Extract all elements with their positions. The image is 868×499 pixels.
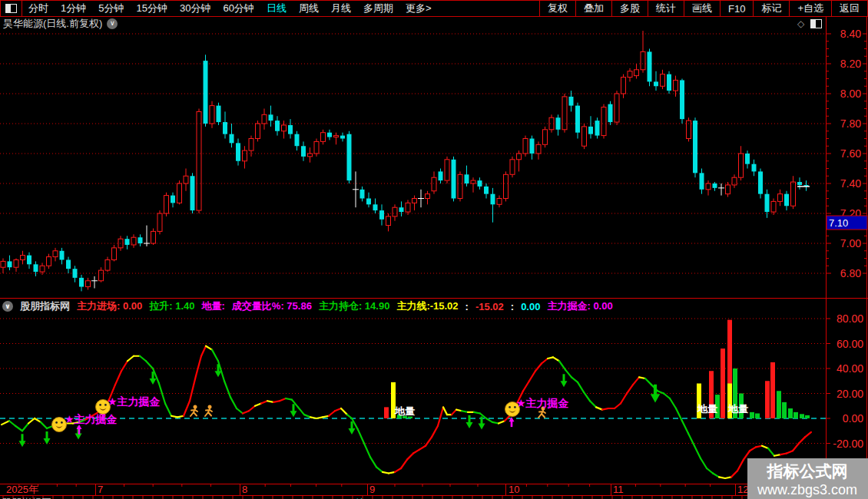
indicator-field-1: 拉升: 1.40 xyxy=(149,299,194,313)
tool-button-4[interactable]: 画线 xyxy=(684,1,720,16)
period-tab-9[interactable]: 多周期 xyxy=(357,2,399,15)
tool-menu: 复权叠加多股统计画线F10标记+自选返回 xyxy=(539,1,867,16)
time-axis-label: 7 xyxy=(98,484,103,495)
tool-button-5[interactable]: F10 xyxy=(720,1,753,16)
main-grid xyxy=(0,34,826,273)
time-axis: 2025年789101112股朋指标网地量 xyxy=(0,484,868,499)
indicator-tick-label: 60.00 xyxy=(837,338,863,350)
indicator-field-3: 成交量比%: 75.86 xyxy=(232,299,312,313)
time-axis-label: 9 xyxy=(369,484,375,495)
period-tab-2[interactable]: 5分钟 xyxy=(92,2,130,15)
layout-toggle-button[interactable] xyxy=(1,1,22,16)
time-axis-label: 2025年 xyxy=(6,484,38,495)
tool-button-6[interactable]: 标记 xyxy=(753,1,789,16)
last-price-tag-text: 7.10 xyxy=(829,217,848,229)
price-tick-label: 7.80 xyxy=(840,117,861,130)
indicator-tick-label: -20.00 xyxy=(833,438,863,450)
indicator-collapse-icon[interactable]: ∨ xyxy=(2,301,13,312)
price-tick-label: 7.00 xyxy=(840,237,861,250)
price-axis: 8.408.208.007.807.607.407.207.006.807.10… xyxy=(0,17,868,495)
time-axis-label: 12 xyxy=(737,484,748,495)
watermark-title: 指标公式网 xyxy=(767,462,848,480)
period-tab-0[interactable]: 分时 xyxy=(22,2,55,15)
period-tab-8[interactable]: 月线 xyxy=(325,2,357,15)
period-tab-3[interactable]: 15分钟 xyxy=(130,2,173,15)
indicator-grid xyxy=(0,319,826,444)
watermark-url: www.zbgs3.com xyxy=(757,482,857,497)
time-axis-label: 10 xyxy=(509,484,519,495)
period-tab-5[interactable]: 60分钟 xyxy=(217,2,260,15)
tool-button-1[interactable]: 叠加 xyxy=(575,1,611,16)
time-axis-label: 11 xyxy=(613,484,624,495)
app-root: 分时1分钟5分钟15分钟30分钟60分钟日线周线月线多周期更多> 复权叠加多股统… xyxy=(0,0,868,499)
indicator-header: ∨ 股朋指标网 主力进场: 0.00拉升: 1.40地量:成交量比%: 75.8… xyxy=(2,300,613,312)
indicator-field-5: 主力线:-15.02 xyxy=(396,299,458,313)
period-menu: 分时1分钟5分钟15分钟30分钟60分钟日线周线月线多周期更多> xyxy=(22,1,437,16)
top-menubar: 分时1分钟5分钟15分钟30分钟60分钟日线周线月线多周期更多> 复权叠加多股统… xyxy=(0,0,868,17)
tool-button-3[interactable]: 统计 xyxy=(648,1,684,16)
gold-signal-label: ★主力掘金 xyxy=(65,413,118,425)
runner-icon xyxy=(190,405,197,417)
indicator-tick-label: 80.00 xyxy=(837,312,863,325)
time-axis-label: 8 xyxy=(242,484,247,495)
indicator-field-2: 地量: xyxy=(202,299,225,313)
title-bar: 昊华能源(日线.前复权) ∨ xyxy=(3,18,118,29)
gold-signal-label: ★主力掘金 xyxy=(108,395,161,408)
tool-button-8[interactable]: 返回 xyxy=(831,1,867,16)
indicator-field-4: 主力持仓: 14.90 xyxy=(319,299,389,313)
indicator-field-0: 主力进场: 0.00 xyxy=(77,299,142,313)
price-tick-label: 8.40 xyxy=(840,28,861,40)
gold-signal-label: ★主力掘金 xyxy=(516,397,569,409)
price-tick-label: 7.40 xyxy=(840,177,861,190)
indicator-tick-label: 0.00 xyxy=(843,412,863,425)
period-tab-7[interactable]: 周线 xyxy=(293,2,325,15)
diamond-icon[interactable]: ◇ xyxy=(797,19,804,28)
chart-canvas[interactable]: ★主力掘金★主力掘金★主力掘金地量地量地量 8.408.208.007.807.… xyxy=(0,0,868,499)
indicator-tick-label: 20.00 xyxy=(837,388,863,400)
panel-layout-icon xyxy=(5,4,17,13)
watermark: 指标公式网 www.zbgs3.com xyxy=(747,458,868,499)
low-volume-label: 地量 xyxy=(727,403,748,415)
tool-button-2[interactable]: 多股 xyxy=(611,1,648,16)
indicator-tick-label: 40.00 xyxy=(837,362,863,375)
period-tab-10[interactable]: 更多> xyxy=(399,2,438,15)
price-tick-label: 8.00 xyxy=(840,88,861,100)
price-tick-label: 7.60 xyxy=(840,147,861,160)
runner-icon xyxy=(205,405,212,417)
indicator-field-10: 主力掘金: 0.00 xyxy=(547,299,612,313)
low-volume-label: 地量 xyxy=(697,403,717,415)
indicator-field-7: -15.02 xyxy=(475,301,504,312)
period-tab-6[interactable]: 日线 xyxy=(260,2,293,15)
title-bar-icons: ◇ xyxy=(797,19,822,28)
candlestick-series xyxy=(1,31,810,291)
low-volume-label: 地量 xyxy=(394,405,415,417)
chevron-down-icon[interactable]: ∨ xyxy=(107,18,118,29)
price-tick-label: 8.20 xyxy=(840,58,861,70)
period-tab-4[interactable]: 30分钟 xyxy=(174,2,217,15)
period-tab-1[interactable]: 1分钟 xyxy=(55,2,92,15)
indicator-field-8: : xyxy=(511,301,514,312)
indicator-field-9: 0.00 xyxy=(521,301,540,312)
chart-title: 昊华能源(日线.前复权) xyxy=(3,17,102,31)
tool-button-7[interactable]: +自选 xyxy=(789,1,831,16)
indicator-field-6: : xyxy=(465,301,469,312)
panel-layout-icon-2[interactable] xyxy=(810,19,822,28)
price-tick-label: 6.80 xyxy=(840,267,861,279)
tool-button-0[interactable]: 复权 xyxy=(539,1,575,16)
indicator-source-label: 股朋指标网 xyxy=(20,299,70,313)
